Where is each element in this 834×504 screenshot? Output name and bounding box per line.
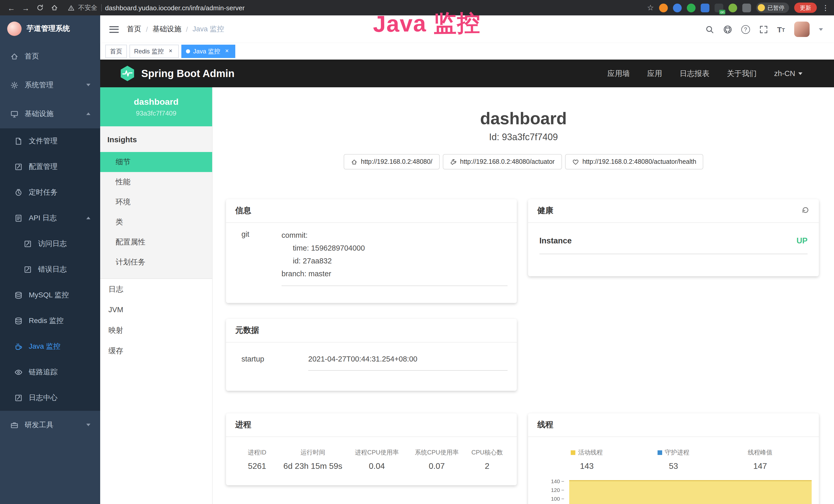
extension-leaf-icon[interactable] [728, 3, 737, 12]
url-text[interactable]: dashboard.yudao.iocoder.cn/infra/admin-s… [105, 4, 244, 12]
sidebar-item-api-logs[interactable]: API 日志 [0, 205, 100, 231]
health-url-button[interactable]: http://192.168.0.2:48080/actuator/health [565, 154, 703, 169]
sidebar-item-mysql-monitor[interactable]: MySQL 监控 [0, 282, 100, 308]
extension-switch-icon[interactable]: on [715, 3, 723, 12]
extension-drop-icon[interactable] [673, 3, 682, 12]
breadcrumb-separator: / [186, 25, 188, 33]
profile-paused-badge[interactable]: 已暂停 [756, 3, 789, 13]
sba-menu-mappings[interactable]: 映射 [100, 320, 212, 340]
threads-card: 线程 活动线程 143 守护进程 53 线程峰值 147 140 120 100 [528, 413, 819, 504]
metric-value: 143 [544, 462, 630, 471]
sidebar-item-system[interactable]: 系统管理 [0, 71, 100, 100]
edit-icon [14, 163, 23, 171]
metric-pid: 进程ID 5261 [235, 448, 279, 471]
chevron-up-icon [86, 112, 91, 116]
browser-menu-icon[interactable]: ⋮ [822, 4, 829, 12]
bookmark-star-icon[interactable]: ☆ [647, 3, 654, 12]
sidebar-item-tracing[interactable]: 链路追踪 [0, 360, 100, 385]
extension-green-icon[interactable] [687, 3, 696, 12]
breadcrumb-home[interactable]: 首页 [127, 25, 141, 34]
metadata-card-title: 元数据 [226, 319, 517, 343]
sba-menu-logs[interactable]: 日志 [100, 279, 212, 299]
extension-fox-icon[interactable] [659, 3, 668, 12]
metric-value: 0.04 [347, 462, 407, 471]
metric-value: 5261 [235, 462, 279, 471]
actuator-url-button[interactable]: http://192.168.0.2:48080/actuator [443, 154, 562, 169]
tag-java-monitor[interactable]: Java 监控 × [181, 45, 235, 58]
extensions-puzzle-icon[interactable] [742, 3, 751, 12]
forward-icon[interactable]: → [19, 3, 33, 12]
process-card: 进程 进程ID 5261 运行时间 6d 23h 15m 59s 进程CPU使用… [226, 413, 517, 485]
sidebar-item-files[interactable]: 文件管理 [0, 129, 100, 154]
close-icon[interactable]: × [223, 48, 231, 55]
font-size-icon[interactable]: T T [777, 25, 785, 33]
sba-menu-jvm[interactable]: JVM [100, 299, 212, 320]
user-avatar[interactable] [794, 22, 810, 37]
active-dot-icon [186, 49, 190, 53]
github-icon[interactable] [723, 25, 732, 33]
metric-label: 运行时间 [279, 448, 347, 457]
sba-menu-metrics[interactable]: 性能 [100, 172, 212, 192]
sba-menu-caches[interactable]: 缓存 [100, 340, 212, 361]
sba-menu-scheduled-tasks[interactable]: 计划任务 [100, 252, 212, 272]
sba-nav-wallboard[interactable]: 应用墙 [608, 69, 630, 78]
service-url-button[interactable]: http://192.168.0.2:48080/ [344, 154, 439, 169]
sidebar-item-java-monitor[interactable]: Java 监控 [0, 334, 100, 360]
sidebar-item-config[interactable]: 配置管理 [0, 154, 100, 180]
insights-label: Insights [100, 126, 212, 152]
sba-menu-config-props[interactable]: 配置属性 [100, 232, 212, 252]
wrench-icon [450, 158, 456, 165]
sidebar-item-home[interactable]: 首页 [0, 42, 100, 71]
heart-icon [572, 158, 579, 165]
profile-face-icon [758, 4, 765, 11]
tag-bar: 首页 Redis 监控 × Java 监控 × [100, 43, 834, 60]
update-button[interactable]: 更新 [794, 3, 817, 13]
tag-redis-monitor[interactable]: Redis 监控 × [129, 45, 179, 58]
sidebar-item-access-logs[interactable]: 访问日志 [0, 231, 100, 257]
sidebar-item-label: API 日志 [29, 214, 57, 223]
breadcrumb-infrastructure[interactable]: 基础设施 [153, 25, 181, 34]
address-bar[interactable]: 不安全 dashboard.yudao.iocoder.cn/infra/adm… [68, 3, 647, 12]
sidebar-item-error-logs[interactable]: 错误日志 [0, 257, 100, 282]
sba-nav-journal[interactable]: 日志报表 [680, 69, 709, 78]
metric-label: 进程ID [235, 448, 279, 457]
search-icon[interactable] [705, 25, 714, 33]
instance-header[interactable]: dashboard 93a3fc7f7409 [100, 87, 212, 126]
help-icon[interactable]: ? [741, 25, 750, 33]
extension-grid-icon[interactable] [701, 3, 709, 12]
sba-menu-classes[interactable]: 类 [100, 212, 212, 232]
chevron-down-icon [798, 72, 803, 75]
sba-nav-about[interactable]: 关于我们 [727, 69, 757, 78]
hamburger-icon[interactable] [109, 26, 119, 32]
process-card-title: 进程 [226, 413, 517, 437]
sba-locale-select[interactable]: zh-CN [774, 69, 803, 77]
sidebar-item-scheduled-jobs[interactable]: 定时任务 [0, 180, 100, 205]
sidebar-item-label: 链路追踪 [29, 368, 58, 377]
database-icon [14, 291, 23, 299]
sidebar-item-infrastructure[interactable]: 基础设施 [0, 100, 100, 129]
close-icon[interactable]: × [167, 48, 174, 55]
metric-value: 0.07 [407, 462, 467, 471]
reload-icon[interactable] [33, 4, 47, 11]
metric-cpu-cores: CPU核心数 2 [467, 448, 507, 471]
history-icon[interactable] [802, 206, 810, 216]
metric-label-text: 守护进程 [665, 449, 689, 456]
sba-menu-environment[interactable]: 环境 [100, 192, 212, 212]
browser-home-icon[interactable] [47, 4, 62, 11]
health-instance-label: Instance [540, 236, 572, 246]
app-logo[interactable]: 芋道管理系统 [0, 16, 100, 42]
sba-menu-details[interactable]: 细节 [100, 152, 212, 172]
threads-card-body: 活动线程 143 守护进程 53 线程峰值 147 [528, 437, 819, 471]
back-icon[interactable]: ← [4, 3, 19, 12]
sidebar-item-dev-tools[interactable]: 研发工具 [0, 411, 100, 439]
instance-links: http://192.168.0.2:48080/ http://192.168… [213, 154, 834, 169]
sba-brand[interactable]: Spring Boot Admin [120, 65, 235, 82]
info-row-label: git [241, 229, 282, 286]
sidebar-item-log-center[interactable]: 日志中心 [0, 385, 100, 411]
fullscreen-icon[interactable] [759, 25, 768, 33]
sidebar-item-redis-monitor[interactable]: Redis 监控 [0, 308, 100, 334]
tag-home[interactable]: 首页 [105, 45, 127, 58]
sba-nav-applications[interactable]: 应用 [647, 69, 662, 78]
security-label[interactable]: 不安全 [78, 3, 97, 12]
avatar-caret-icon[interactable] [819, 28, 823, 30]
